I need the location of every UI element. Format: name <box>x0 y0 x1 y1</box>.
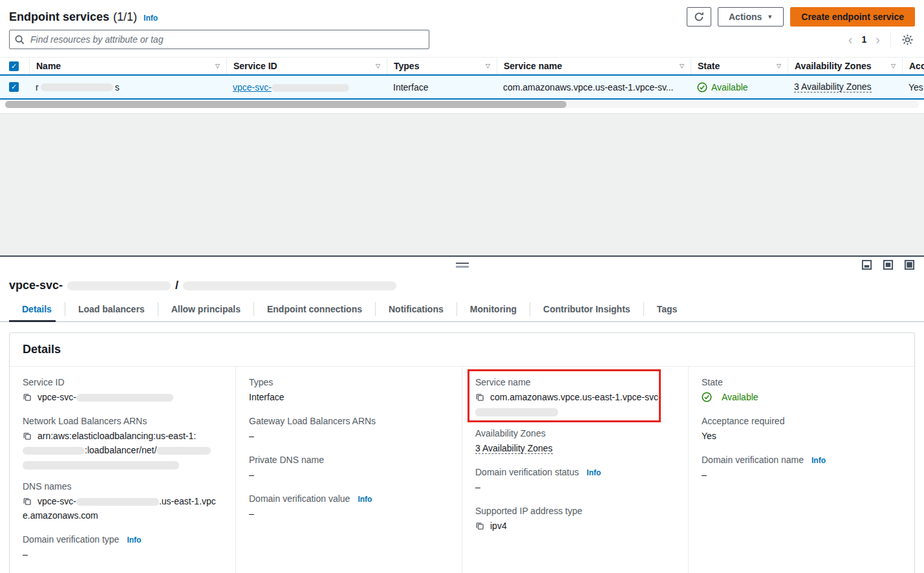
create-endpoint-service-button[interactable]: Create endpoint service <box>790 7 915 27</box>
filter-icon[interactable] <box>891 63 896 69</box>
search-box[interactable] <box>9 30 429 49</box>
filter-icon[interactable] <box>486 63 490 69</box>
tab-allow-principals[interactable]: Allow principals <box>158 299 253 321</box>
filter-icon[interactable] <box>777 63 781 69</box>
state-badge: Available <box>697 82 748 92</box>
copy-icon[interactable] <box>23 393 32 402</box>
redacted-text <box>183 281 396 290</box>
horizontal-scrollbar[interactable] <box>5 101 919 108</box>
filter-icon[interactable] <box>215 63 220 69</box>
scrollbar-thumb[interactable] <box>5 101 566 108</box>
next-page-button[interactable] <box>874 33 881 46</box>
list-header-bar: Endpoint services (1/1) Info Actions Cre… <box>9 6 915 27</box>
list-toolbar: 1 <box>9 30 915 49</box>
field-domain-verification-type: Domain verification type Info – <box>23 534 222 561</box>
info-link[interactable]: Info <box>358 495 372 504</box>
field-value: Yes <box>702 431 716 441</box>
endpoint-services-table: Name Service ID Types Service name State… <box>0 57 924 113</box>
table-header-row: Name Service ID Types Service name State… <box>0 57 924 74</box>
panel-size-controls <box>861 259 915 270</box>
column-label: Types <box>394 61 419 71</box>
panel-resize-handle[interactable] <box>456 263 469 268</box>
panel-size-small-button[interactable] <box>861 259 872 270</box>
spacer <box>0 108 924 113</box>
current-page-button[interactable]: 1 <box>861 34 868 45</box>
tab-monitoring[interactable]: Monitoring <box>457 299 530 321</box>
panel-title-prefix: vpce-svc- <box>9 279 63 292</box>
row-types-cell: Interface <box>387 76 497 98</box>
preferences-button[interactable] <box>900 32 915 47</box>
field-supported-ip-address-type: Supported IP address type ipv4 <box>475 506 675 533</box>
filter-icon[interactable] <box>376 63 380 69</box>
details-column-1: Service ID vpce-svc- Network Load Balanc… <box>10 367 235 573</box>
info-link[interactable]: Info <box>811 456 826 465</box>
copy-icon[interactable] <box>475 521 484 530</box>
column-header-state[interactable]: State <box>691 58 788 74</box>
redacted-text <box>76 498 159 506</box>
field-domain-verification-status: Domain verification status Info – <box>475 467 675 494</box>
table-row[interactable]: r s vpce-svc- Interface com.amazonaws.vp… <box>0 74 924 100</box>
field-value: – <box>249 470 254 480</box>
row-state-cell: Available <box>691 76 788 98</box>
availability-zones-link[interactable]: 3 Availability Zones <box>475 443 553 454</box>
state-text: Available <box>711 82 748 92</box>
field-dns-names: DNS names vpce-svc-.us-east-1.vpce.amazo… <box>23 481 222 523</box>
row-service-name: com.amazonaws.vpce.us-east-1.vpce-sv... <box>503 82 674 92</box>
row-name-cell: r s <box>29 76 226 98</box>
empty-list-area <box>0 113 924 255</box>
filter-icon[interactable] <box>680 63 684 69</box>
search-icon <box>15 35 25 45</box>
column-header-availability-zones[interactable]: Availability Zones <box>788 58 902 74</box>
row-acceptance-required: Yes <box>908 82 923 92</box>
select-all-checkbox[interactable] <box>9 61 19 71</box>
tab-tags[interactable]: Tags <box>644 299 691 321</box>
field-label: Types <box>249 377 273 387</box>
panel-small-icon <box>861 259 872 270</box>
panel-size-full-button[interactable] <box>904 259 915 270</box>
redacted-text <box>23 461 179 470</box>
tab-endpoint-connections[interactable]: Endpoint connections <box>254 299 375 321</box>
column-label: Name <box>36 61 61 71</box>
details-card-header: Details <box>10 333 914 367</box>
row-types: Interface <box>393 82 428 92</box>
copy-icon[interactable] <box>23 431 32 440</box>
header-actions: Actions Create endpoint service <box>687 7 915 27</box>
check-circle-icon <box>702 392 712 402</box>
tab-contributor-insights[interactable]: Contributor Insights <box>530 299 643 321</box>
field-value: Interface <box>249 392 284 402</box>
tab-details[interactable]: Details <box>9 299 65 321</box>
field-label: DNS names <box>23 481 71 492</box>
field-acceptance-required: Acceptance required Yes <box>702 416 901 443</box>
field-availability-zones: Availability Zones 3 Availability Zones <box>475 428 675 455</box>
actions-button[interactable]: Actions <box>718 7 784 27</box>
info-link[interactable]: Info <box>586 468 601 477</box>
prev-page-button[interactable] <box>847 33 854 46</box>
field-types: Types Interface <box>249 377 449 404</box>
row-service-name-cell: com.amazonaws.vpce.us-east-1.vpce-sv... <box>497 76 691 98</box>
refresh-button[interactable] <box>687 7 711 27</box>
column-header-acceptance-required[interactable]: Acceptance required <box>902 58 924 74</box>
info-link[interactable]: Info <box>144 14 158 23</box>
availability-zones-link[interactable]: 3 Availability Zones <box>794 81 872 92</box>
field-value: ipv4 <box>490 521 507 531</box>
column-header-service-name[interactable]: Service name <box>497 58 691 74</box>
dns-name-prefix: vpce-svc- <box>38 496 76 506</box>
service-id-prefix: vpce-svc- <box>233 82 272 92</box>
redacted-text <box>156 447 211 455</box>
search-input[interactable] <box>29 34 424 45</box>
column-header-name[interactable]: Name <box>29 58 226 74</box>
row-name-suffix: s <box>115 82 120 92</box>
panel-size-medium-button[interactable] <box>883 259 894 270</box>
details-heading: Details <box>23 343 901 356</box>
row-checkbox[interactable] <box>9 82 19 92</box>
column-header-service-id[interactable]: Service ID <box>226 58 387 74</box>
service-id-link[interactable]: vpce-svc- <box>233 82 349 92</box>
tab-load-balancers[interactable]: Load balancers <box>65 299 158 321</box>
tab-notifications[interactable]: Notifications <box>376 299 457 321</box>
column-header-types[interactable]: Types <box>387 58 497 74</box>
info-link[interactable]: Info <box>127 535 141 545</box>
copy-icon[interactable] <box>475 393 484 402</box>
copy-icon[interactable] <box>23 497 32 506</box>
actions-button-label: Actions <box>729 12 762 22</box>
gear-icon <box>901 34 914 46</box>
